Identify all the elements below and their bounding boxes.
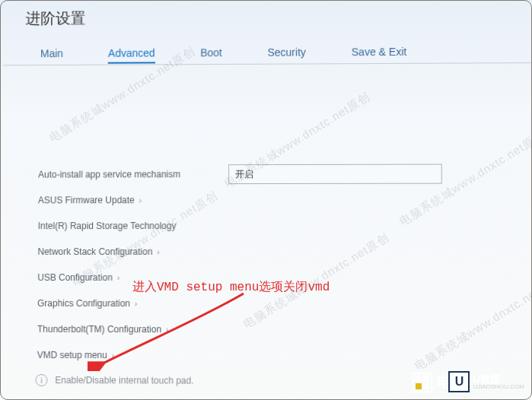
tab-saveexit[interactable]: Save & Exit: [352, 46, 407, 62]
setting-usb-config-label: USB Configuration: [37, 272, 113, 283]
logo-dian: 电: [413, 372, 452, 392]
setting-auto-install-label: Auto-install app service mechanism: [38, 169, 180, 179]
setting-auto-install[interactable]: Auto-install app service mechanism: [38, 168, 502, 179]
setting-intel-rst[interactable]: Intel(R) Rapid Storage Technology: [38, 221, 503, 231]
setting-network-stack-label: Network Stack Configuration: [38, 246, 153, 257]
setting-graphics-config[interactable]: Graphics Configuration ›: [37, 298, 503, 310]
logo-ujiaoshou: U U教授 UJIAOSHOU.COM: [448, 371, 524, 392]
hint-text: Enable/Disable internal touch pad.: [55, 375, 193, 386]
tab-security[interactable]: Security: [267, 46, 305, 63]
uj-en: UJIAOSHOU.COM: [473, 384, 524, 390]
tab-bar: Main Advanced Boot Security Save & Exit: [40, 45, 525, 64]
setting-vmd-label: VMD setup menu: [37, 350, 107, 360]
setting-graphics-config-label: Graphics Configuration: [37, 298, 130, 309]
tab-main[interactable]: Main: [40, 47, 63, 64]
setting-asus-firmware-label: ASUS Firmware Update: [38, 195, 135, 205]
chevron-right-icon: ›: [135, 300, 137, 308]
annotation-text: 进入VMD setup menu选项关闭vmd: [132, 279, 330, 295]
setting-asus-firmware[interactable]: ASUS Firmware Update ›: [38, 195, 503, 206]
chevron-right-icon: ›: [112, 351, 114, 360]
grid-icon: [413, 373, 432, 392]
tab-advanced[interactable]: Advanced: [108, 47, 155, 64]
chevron-right-icon: ›: [157, 248, 159, 256]
uj-badge-icon: U: [448, 371, 470, 392]
settings-list: Auto-install app service mechanism ASUS …: [37, 168, 504, 361]
uj-cn: U教授: [473, 374, 524, 384]
chevron-right-icon: ›: [117, 273, 119, 281]
setting-network-stack[interactable]: Network Stack Configuration ›: [38, 246, 504, 257]
hint-row: i Enable/Disable internal touch pad.: [36, 374, 194, 387]
setting-intel-rst-label: Intel(R) Rapid Storage Technology: [38, 221, 177, 231]
setting-thunderbolt-label: Thunderbolt(TM) Configuration: [37, 324, 161, 335]
setting-vmd[interactable]: VMD setup menu ›: [37, 350, 504, 362]
chevron-right-icon: ›: [139, 196, 142, 205]
tab-boot[interactable]: Boot: [200, 46, 222, 63]
page-title: 进阶设置: [26, 8, 86, 29]
info-icon: i: [36, 374, 48, 386]
chevron-right-icon: ›: [166, 325, 168, 334]
setting-thunderbolt[interactable]: Thunderbolt(TM) Configuration ›: [37, 324, 504, 335]
